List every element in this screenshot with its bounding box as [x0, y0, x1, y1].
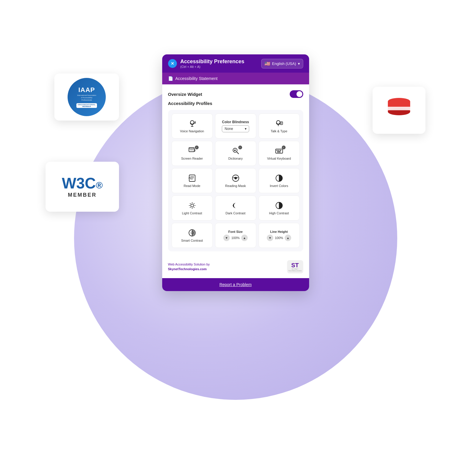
- voice-navigation-icon: [188, 119, 196, 128]
- panel-title: Accessibility Preferences: [180, 59, 244, 65]
- svg-line-41: [194, 207, 194, 208]
- feature-read-mode[interactable]: A Read Mode: [172, 168, 213, 193]
- svg-line-43: [190, 207, 190, 208]
- iaap-badge: IAAP International Associationof Accessi…: [68, 78, 106, 116]
- line-height-label: Line Height: [270, 230, 288, 233]
- w3c-card: W3C® MEMBER: [46, 162, 119, 212]
- profiles-title: Accessibility Profiles: [168, 101, 303, 106]
- feature-screen-reader[interactable]: i Screen Reader: [172, 141, 213, 166]
- high-contrast-label: High Contrast: [269, 211, 289, 215]
- font-size-spinner: Font Size ▾ 100% ▴: [223, 230, 248, 241]
- dictionary-info: i: [238, 146, 242, 149]
- feature-color-blindness[interactable]: Color Blindness None ▾: [215, 113, 256, 138]
- svg-line-42: [194, 203, 194, 204]
- smart-contrast-icon: [188, 229, 196, 237]
- panel-title-block: Accessibility Preferences (Ctrl + Alt + …: [180, 59, 244, 69]
- accessibility-panel: ✕ Accessibility Preferences (Ctrl + Alt …: [162, 54, 309, 291]
- feature-dictionary[interactable]: A i Dictionary: [215, 141, 256, 166]
- w3c-logo: W3C®: [62, 176, 103, 191]
- flag-icon: 🇺🇸: [264, 61, 270, 66]
- footer-logo-text: ST: [291, 262, 299, 268]
- oversize-toggle[interactable]: [290, 90, 303, 98]
- font-size-label: Font Size: [228, 230, 243, 233]
- line-height-decrement[interactable]: ▾: [267, 235, 273, 241]
- screen-reader-info: i: [195, 146, 199, 149]
- color-blindness-select[interactable]: None ▾: [222, 125, 249, 132]
- invert-colors-label: Invert Colors: [270, 184, 288, 188]
- iaap-title: IAAP: [78, 86, 95, 94]
- svg-rect-22: [278, 150, 279, 151]
- feature-high-contrast[interactable]: High Contrast: [259, 196, 300, 221]
- panel-header: ✕ Accessibility Preferences (Ctrl + Alt …: [162, 54, 309, 73]
- talk-type-label: Talk & Type: [271, 129, 287, 133]
- svg-text:A: A: [234, 149, 236, 152]
- color-blindness-item: Color Blindness None ▾: [222, 120, 249, 132]
- talk-type-icon: [275, 119, 283, 128]
- read-mode-label: Read Mode: [184, 184, 200, 188]
- feature-virtual-keyboard[interactable]: i Virtual Keyboard: [259, 141, 300, 166]
- footer-text: Web Accessibility Solution bySkynetTechn…: [168, 262, 210, 271]
- oversize-label: Oversize Widget: [168, 92, 202, 97]
- virtual-keyboard-label: Virtual Keyboard: [267, 157, 291, 160]
- svg-point-35: [191, 204, 194, 207]
- statement-label: Accessibility Statement: [175, 76, 218, 81]
- footer-logo-sub: SKYNET TECHNOLOGIES: [287, 268, 303, 272]
- line-height-spinner: Line Height ▾ 100% ▴: [267, 230, 291, 241]
- dictionary-label: Dictionary: [228, 157, 243, 160]
- accessibility-statement-bar[interactable]: 📄 Accessibility Statement: [162, 73, 309, 84]
- dark-contrast-icon: [232, 201, 240, 210]
- w3c-registered: ®: [96, 180, 103, 191]
- feature-reading-mask[interactable]: Reading Mask: [215, 168, 256, 193]
- line-height-controls: ▾ 100% ▴: [267, 235, 291, 241]
- feature-line-height[interactable]: Line Height ▾ 100% ▴: [259, 223, 300, 248]
- virtual-keyboard-icon: i: [275, 147, 283, 155]
- voice-navigation-label: Voice Navigation: [180, 129, 204, 133]
- panel-header-left: ✕ Accessibility Preferences (Ctrl + Alt …: [168, 59, 244, 69]
- iaap-subtitle: International Associationof Accessibilit…: [77, 94, 96, 101]
- lang-label: English (USA): [272, 61, 296, 66]
- color-blindness-chevron: ▾: [245, 127, 247, 131]
- light-contrast-label: Light Contrast: [182, 211, 202, 215]
- reading-mask-icon: [232, 174, 240, 182]
- database-card: [373, 87, 425, 134]
- svg-text:A: A: [189, 178, 190, 179]
- feature-light-contrast[interactable]: Light Contrast: [172, 196, 213, 221]
- svg-rect-23: [280, 150, 281, 151]
- color-blindness-value: None: [224, 127, 233, 131]
- iaap-org-label: ORGANIZATIONAL MEMBER: [76, 103, 97, 108]
- screen-reader-icon: i: [188, 147, 196, 155]
- feature-grid: Voice Navigation Color Blindness None ▾: [168, 110, 303, 251]
- w3c-member-label: MEMBER: [68, 192, 97, 198]
- smart-contrast-label: Smart Contrast: [181, 239, 203, 242]
- panel-body: Oversize Widget Accessibility Profiles: [162, 84, 309, 257]
- reading-mask-label: Reading Mask: [225, 184, 246, 188]
- font-size-increment[interactable]: ▴: [241, 235, 248, 241]
- svg-line-16: [237, 152, 239, 154]
- color-blindness-label: Color Blindness: [222, 120, 249, 124]
- report-button[interactable]: Report a Problem: [162, 278, 309, 291]
- svg-rect-21: [276, 150, 278, 151]
- light-contrast-icon: [188, 201, 196, 210]
- footer-logo: ST SKYNET TECHNOLOGIES: [287, 260, 303, 273]
- feature-font-size[interactable]: Font Size ▾ 100% ▴: [215, 223, 256, 248]
- statement-icon: 📄: [168, 76, 173, 81]
- virtual-keyboard-info: i: [282, 146, 286, 149]
- iaap-card: IAAP International Associationof Accessi…: [54, 74, 119, 121]
- invert-colors-icon: [275, 174, 283, 182]
- svg-point-4: [190, 121, 194, 124]
- feature-dark-contrast[interactable]: Dark Contrast: [215, 196, 256, 221]
- font-size-decrement[interactable]: ▾: [223, 235, 230, 241]
- language-selector[interactable]: 🇺🇸 English (USA) ▾: [261, 59, 303, 69]
- panel-footer: Web Accessibility Solution bySkynetTechn…: [162, 257, 309, 278]
- feature-smart-contrast[interactable]: Smart Contrast: [172, 223, 213, 248]
- feature-invert-colors[interactable]: Invert Colors: [259, 168, 300, 193]
- dark-contrast-label: Dark Contrast: [226, 211, 246, 215]
- feature-talk-type[interactable]: Talk & Type: [259, 113, 300, 138]
- svg-point-6: [276, 121, 280, 124]
- dictionary-icon: A i: [232, 147, 240, 155]
- page-wrapper: IAAP International Associationof Accessi…: [0, 0, 471, 476]
- feature-voice-navigation[interactable]: Voice Navigation: [172, 113, 213, 138]
- close-button[interactable]: ✕: [168, 59, 177, 68]
- line-height-value: 100%: [274, 236, 284, 240]
- line-height-increment[interactable]: ▴: [285, 235, 291, 241]
